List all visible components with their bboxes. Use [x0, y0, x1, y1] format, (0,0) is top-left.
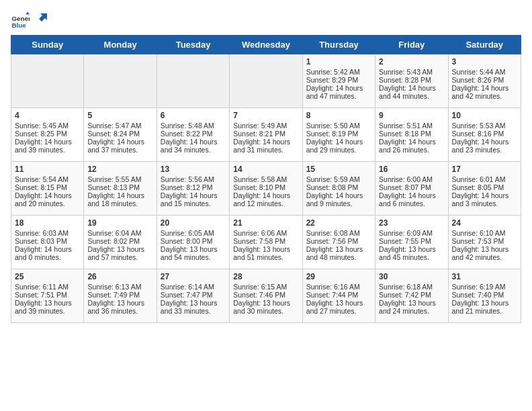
calendar-cell [84, 54, 157, 108]
header-day-saturday: Saturday [448, 36, 521, 54]
svg-marker-4 [39, 13, 47, 21]
cell-content: Sunrise: 5:44 AM [452, 68, 517, 76]
cell-content: Sunset: 8:16 PM [452, 130, 517, 138]
cell-content: Daylight: 14 hours and 47 minutes. [306, 84, 371, 100]
calendar-cell: 11Sunrise: 5:54 AMSunset: 8:15 PMDayligh… [11, 162, 84, 216]
cell-content: Daylight: 14 hours and 20 minutes. [15, 191, 80, 208]
logo-icon: General Blue [11, 11, 30, 30]
header-day-tuesday: Tuesday [157, 36, 229, 54]
calendar-cell: 22Sunrise: 6:08 AMSunset: 7:56 PMDayligh… [302, 216, 375, 269]
day-number: 10 [452, 111, 517, 120]
day-number: 12 [87, 165, 152, 174]
cell-content: Sunset: 8:26 PM [452, 76, 517, 84]
cell-content: Sunrise: 5:59 AM [306, 175, 371, 183]
cell-content: Daylight: 13 hours and 33 minutes. [161, 299, 226, 315]
calendar-cell: 1Sunrise: 5:42 AMSunset: 8:29 PMDaylight… [302, 54, 375, 108]
cell-content: Sunrise: 6:08 AM [306, 229, 371, 237]
cell-content: Sunrise: 6:00 AM [379, 175, 444, 183]
cell-content: Daylight: 13 hours and 27 minutes. [306, 299, 371, 315]
day-number: 4 [15, 111, 80, 120]
calendar-cell: 24Sunrise: 6:10 AMSunset: 7:53 PMDayligh… [448, 216, 521, 269]
cell-content: Daylight: 14 hours and 6 minutes. [379, 191, 444, 208]
cell-content: Sunrise: 5:51 AM [379, 122, 444, 130]
cell-content: Sunset: 8:05 PM [452, 183, 517, 191]
cell-content: Sunset: 8:08 PM [306, 183, 371, 191]
calendar-cell: 30Sunrise: 6:18 AMSunset: 7:42 PMDayligh… [375, 269, 448, 323]
calendar-cell: 8Sunrise: 5:50 AMSunset: 8:19 PMDaylight… [302, 108, 375, 162]
day-number: 5 [87, 111, 152, 120]
cell-content: Daylight: 13 hours and 48 minutes. [306, 245, 371, 261]
week-row-3: 11Sunrise: 5:54 AMSunset: 8:15 PMDayligh… [11, 162, 521, 216]
cell-content: Sunrise: 6:16 AM [306, 283, 371, 291]
cell-content: Sunset: 7:44 PM [306, 291, 371, 299]
header-day-wednesday: Wednesday [230, 36, 302, 54]
cell-content: Daylight: 14 hours and 26 minutes. [379, 138, 444, 154]
cell-content: Sunset: 8:15 PM [15, 183, 80, 191]
cell-content: Sunset: 8:03 PM [15, 237, 80, 245]
cell-content: Sunrise: 6:15 AM [233, 283, 298, 291]
header-row: SundayMondayTuesdayWednesdayThursdayFrid… [11, 36, 521, 54]
cell-content: Sunset: 8:29 PM [306, 76, 371, 84]
day-number: 25 [15, 272, 80, 281]
cell-content: Sunrise: 5:53 AM [452, 122, 517, 130]
cell-content: Daylight: 13 hours and 51 minutes. [233, 245, 298, 261]
calendar-cell: 28Sunrise: 6:15 AMSunset: 7:46 PMDayligh… [230, 269, 302, 323]
cell-content: Sunrise: 6:04 AM [87, 229, 152, 237]
day-number: 3 [452, 57, 517, 66]
cell-content: Sunrise: 6:05 AM [161, 229, 226, 237]
day-number: 11 [15, 165, 80, 174]
header-day-monday: Monday [84, 36, 157, 54]
calendar-cell: 20Sunrise: 6:05 AMSunset: 8:00 PMDayligh… [157, 216, 229, 269]
cell-content: Sunrise: 5:54 AM [15, 175, 80, 183]
calendar-cell [11, 54, 84, 108]
cell-content: Sunrise: 6:01 AM [452, 175, 517, 183]
calendar-cell: 17Sunrise: 6:01 AMSunset: 8:05 PMDayligh… [448, 162, 521, 216]
cell-content: Sunrise: 6:11 AM [15, 283, 80, 291]
cell-content: Daylight: 14 hours and 44 minutes. [379, 84, 444, 100]
cell-content: Sunset: 7:53 PM [452, 237, 517, 245]
cell-content: Daylight: 13 hours and 30 minutes. [233, 299, 298, 315]
calendar-cell: 18Sunrise: 6:03 AMSunset: 8:03 PMDayligh… [11, 216, 84, 269]
calendar-cell: 7Sunrise: 5:49 AMSunset: 8:21 PMDaylight… [230, 108, 302, 162]
calendar-cell: 6Sunrise: 5:48 AMSunset: 8:22 PMDaylight… [157, 108, 229, 162]
cell-content: Sunrise: 5:55 AM [87, 175, 152, 183]
calendar-cell: 15Sunrise: 5:59 AMSunset: 8:08 PMDayligh… [302, 162, 375, 216]
cell-content: Sunset: 8:00 PM [161, 237, 226, 245]
cell-content: Sunrise: 6:03 AM [15, 229, 80, 237]
day-number: 15 [306, 165, 371, 174]
header-day-thursday: Thursday [302, 36, 375, 54]
cell-content: Sunset: 8:07 PM [379, 183, 444, 191]
cell-content: Sunset: 7:47 PM [161, 291, 226, 299]
cell-content: Sunset: 8:22 PM [161, 130, 226, 138]
svg-marker-2 [26, 11, 30, 14]
cell-content: Sunset: 8:12 PM [161, 183, 226, 191]
day-number: 30 [379, 272, 444, 281]
cell-content: Sunset: 7:58 PM [233, 237, 298, 245]
cell-content: Sunrise: 6:09 AM [379, 229, 444, 237]
cell-content: Sunrise: 6:14 AM [161, 283, 226, 291]
logo: General Blue [11, 11, 48, 30]
cell-content: Daylight: 14 hours and 9 minutes. [306, 191, 371, 208]
cell-content: Daylight: 14 hours and 31 minutes. [233, 138, 298, 154]
cell-content: Daylight: 14 hours and 39 minutes. [15, 138, 80, 154]
cell-content: Sunset: 8:18 PM [379, 130, 444, 138]
cell-content: Daylight: 14 hours and 15 minutes. [161, 191, 226, 208]
day-number: 26 [87, 272, 152, 281]
cell-content: Sunrise: 6:19 AM [452, 283, 517, 291]
day-number: 7 [233, 111, 298, 120]
calendar-cell [157, 54, 229, 108]
cell-content: Sunset: 7:51 PM [15, 291, 80, 299]
day-number: 17 [452, 165, 517, 174]
cell-content: Sunset: 8:19 PM [306, 130, 371, 138]
calendar-cell: 3Sunrise: 5:44 AMSunset: 8:26 PMDaylight… [448, 54, 521, 108]
header: General Blue [11, 11, 521, 30]
cell-content: Daylight: 14 hours and 0 minutes. [15, 245, 80, 261]
calendar-cell: 16Sunrise: 6:00 AMSunset: 8:07 PMDayligh… [375, 162, 448, 216]
cell-content: Sunset: 8:13 PM [87, 183, 152, 191]
day-number: 31 [452, 272, 517, 281]
day-number: 20 [161, 218, 226, 228]
cell-content: Sunset: 8:10 PM [233, 183, 298, 191]
day-number: 16 [379, 165, 444, 174]
week-row-4: 18Sunrise: 6:03 AMSunset: 8:03 PMDayligh… [11, 216, 521, 269]
cell-content: Daylight: 14 hours and 42 minutes. [452, 84, 517, 100]
